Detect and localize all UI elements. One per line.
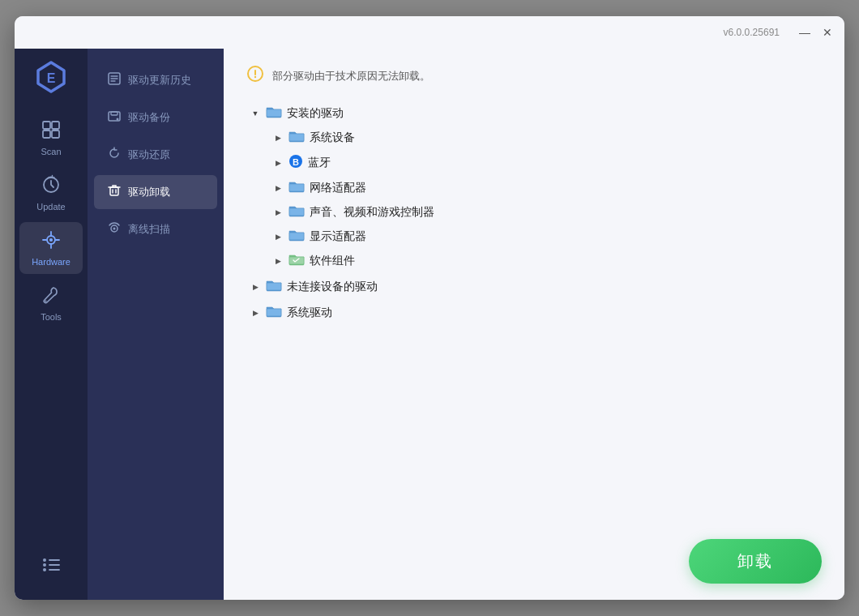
main-area: E Scan [15, 49, 844, 600]
driver-uninstall-icon [107, 183, 122, 201]
tools-icon [41, 284, 62, 309]
tree-row-software-components[interactable]: 软件组件 [269, 249, 822, 273]
svg-point-16 [43, 563, 46, 567]
sidebar-item-update-label: Update [36, 202, 65, 212]
sub-sidebar-driver-history-label: 驱动更新历史 [128, 73, 191, 88]
sub-sidebar-item-offline-scan[interactable]: 离线扫描 [94, 212, 217, 246]
sub-sidebar-item-driver-uninstall[interactable]: 驱动卸载 [94, 175, 217, 209]
content-area: 部分驱动由于技术原因无法卸载。 安装的驱动 [224, 49, 844, 600]
folder-network-icon [288, 180, 305, 196]
svg-point-18 [43, 568, 46, 571]
tree-children-installed: 系统设备 B 蓝牙 [269, 126, 822, 273]
toggle-system-drivers[interactable] [250, 307, 261, 319]
sub-sidebar-item-driver-restore[interactable]: 驱动还原 [94, 138, 217, 172]
offline-scan-icon [107, 220, 122, 238]
tree-label-sound-video: 声音、视频和游戏控制器 [310, 205, 434, 220]
svg-point-31 [113, 228, 116, 230]
toggle-disconnected-drivers[interactable] [250, 281, 261, 293]
sub-sidebar-item-driver-backup[interactable]: 驱动备份 [94, 101, 217, 135]
sub-sidebar-item-driver-history[interactable]: 驱动更新历史 [94, 63, 217, 97]
folder-system-drivers-icon [266, 305, 282, 321]
svg-rect-4 [43, 130, 50, 138]
folder-sound-icon [288, 204, 305, 220]
toggle-sound-video[interactable] [272, 207, 284, 218]
sub-sidebar-driver-restore-label: 驱动还原 [128, 148, 170, 162]
close-button[interactable]: ✕ [820, 25, 835, 40]
toggle-display-adapters[interactable] [272, 231, 284, 242]
tree-node-installed-drivers: 安装的驱动 系统设备 [246, 101, 822, 273]
menu-icon[interactable] [35, 550, 67, 584]
tree-node-system-drivers: 系统驱动 [246, 301, 822, 325]
tree-row-bluetooth[interactable]: B 蓝牙 [269, 150, 822, 176]
toggle-system-devices[interactable] [272, 132, 284, 143]
toggle-network-adapters[interactable] [272, 182, 284, 194]
version-label: v6.0.0.25691 [724, 27, 780, 38]
toggle-bluetooth[interactable] [272, 157, 284, 169]
folder-display-icon [288, 229, 305, 245]
tree-row-disconnected-drivers[interactable]: 未连接设备的驱动 [246, 275, 822, 299]
toggle-software-components[interactable] [272, 255, 284, 267]
window-controls: — ✕ [797, 25, 835, 40]
sidebar-item-hardware[interactable]: Hardware [19, 222, 83, 274]
tree-row-display-adapters[interactable]: 显示适配器 [269, 225, 822, 249]
notice-icon [246, 65, 264, 87]
minimize-button[interactable]: — [797, 25, 812, 40]
sub-sidebar-driver-uninstall-label: 驱动卸载 [128, 185, 170, 199]
sidebar-bottom [35, 550, 67, 592]
sidebar-item-update[interactable]: Update [19, 167, 83, 219]
driver-restore-icon [107, 146, 122, 164]
tree-node-disconnected-drivers: 未连接设备的驱动 [246, 275, 822, 299]
sub-sidebar-offline-scan-label: 离线扫描 [128, 222, 170, 237]
svg-point-34 [254, 76, 256, 78]
hardware-icon [41, 229, 62, 254]
bluetooth-icon: B [288, 154, 303, 172]
svg-rect-27 [110, 187, 118, 195]
svg-point-14 [43, 558, 46, 562]
folder-software-icon [288, 253, 305, 269]
svg-rect-3 [52, 122, 59, 129]
svg-text:E: E [47, 71, 56, 85]
sub-sidebar-driver-backup-label: 驱动备份 [128, 110, 170, 125]
sidebar-item-hardware-label: Hardware [32, 257, 71, 267]
driver-history-icon [107, 71, 122, 89]
svg-point-8 [49, 238, 53, 242]
tree-label-system-devices: 系统设备 [310, 130, 355, 145]
svg-text:B: B [293, 157, 299, 167]
sidebar-item-scan[interactable]: Scan [19, 112, 83, 164]
tree-row-installed-drivers[interactable]: 安装的驱动 [246, 101, 822, 126]
folder-system-icon [288, 130, 305, 146]
scan-icon [41, 119, 62, 143]
bottom-bar: 卸载 [246, 526, 822, 584]
toggle-installed-drivers[interactable] [250, 108, 261, 119]
titlebar: v6.0.0.25691 — ✕ [15, 16, 844, 49]
svg-point-13 [45, 301, 47, 302]
tree-row-system-drivers[interactable]: 系统驱动 [246, 301, 822, 325]
tree-label-bluetooth: 蓝牙 [308, 156, 331, 170]
svg-point-26 [117, 118, 119, 121]
tree-label-software-components: 软件组件 [310, 254, 355, 268]
svg-rect-5 [52, 130, 59, 138]
sidebar-item-tools-label: Tools [41, 312, 62, 322]
tree-row-system-devices[interactable]: 系统设备 [269, 126, 822, 150]
tree-row-sound-video[interactable]: 声音、视频和游戏控制器 [269, 200, 822, 225]
logo-svg: E [33, 59, 69, 95]
sidebar-item-scan-label: Scan [41, 147, 61, 156]
app-logo: E [31, 57, 71, 97]
update-icon [41, 174, 62, 199]
main-window: v6.0.0.25691 — ✕ E [15, 16, 844, 600]
sidebar: E Scan [15, 49, 88, 600]
folder-installed-icon [266, 105, 282, 122]
svg-rect-2 [43, 122, 50, 129]
notice-bar: 部分驱动由于技术原因无法卸载。 [246, 65, 822, 87]
tree-label-network-adapters: 网络适配器 [310, 181, 366, 195]
notice-text: 部分驱动由于技术原因无法卸载。 [272, 69, 430, 83]
driver-backup-icon [107, 109, 122, 126]
tree-label-display-adapters: 显示适配器 [310, 229, 366, 244]
sidebar-item-tools[interactable]: Tools [19, 277, 83, 329]
sidebar-nav: Scan Update [19, 112, 83, 550]
tree-label-system-drivers: 系统驱动 [287, 306, 332, 320]
svg-rect-25 [111, 112, 118, 115]
tree-label-installed-drivers: 安装的驱动 [287, 106, 344, 121]
tree-row-network-adapters[interactable]: 网络适配器 [269, 176, 822, 200]
uninstall-button[interactable]: 卸载 [689, 539, 822, 584]
